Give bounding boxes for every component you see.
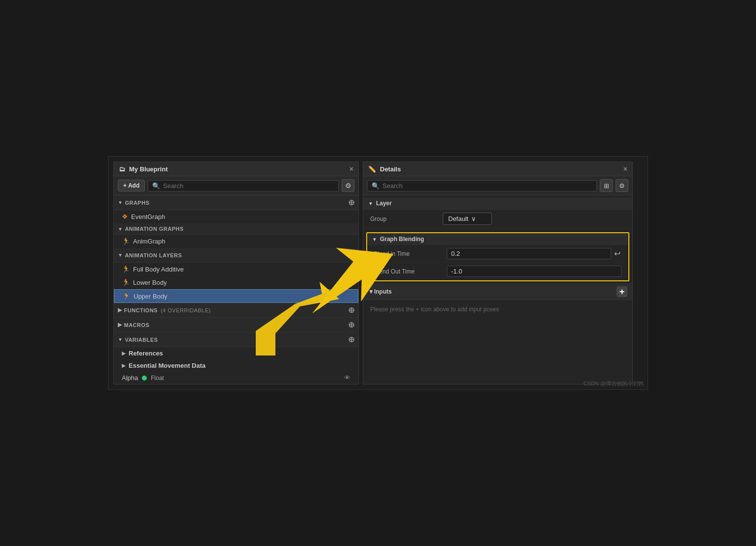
functions-section-header[interactable]: ▶ FUNCTIONS (4 OVERRIDABLE) ⊕: [114, 303, 358, 318]
group-value: Default ∨: [443, 213, 625, 225]
details-search-box: 🔍: [367, 180, 597, 191]
full-body-additive-item[interactable]: 🏃 Full Body Additive: [114, 263, 358, 276]
essential-movement-item[interactable]: ▶ Essential Movement Data: [114, 359, 358, 372]
functions-chevron-icon: ▶: [118, 307, 122, 313]
anim-graphs-chevron-icon: ▼: [118, 226, 123, 232]
anim-layers-section-header[interactable]: ▼ ANIMATION LAYERS ⊕: [114, 248, 358, 263]
details-pen-icon: ✏️: [368, 165, 376, 173]
macros-section-header[interactable]: ▶ MACROS ⊕: [114, 318, 358, 332]
blend-out-input[interactable]: [447, 266, 621, 277]
inputs-add-button[interactable]: +: [617, 286, 627, 297]
references-label: References: [129, 350, 163, 357]
blueprint-toolbar: + Add 🔍 ⚙: [114, 176, 358, 195]
functions-label: FUNCTIONS: [124, 307, 158, 313]
anim-layers-add-icon[interactable]: ⊕: [348, 250, 355, 260]
left-search-input[interactable]: [163, 182, 334, 190]
graph-blending-header[interactable]: ▼ Graph Blending: [367, 233, 628, 245]
details-panel: ✏️ Details × 🔍 ⊞ ⚙ ▼ Layer Group De: [363, 162, 633, 384]
group-label: Group: [370, 216, 439, 222]
blend-out-row: Blend Out Time: [367, 263, 628, 280]
functions-suffix: (4 OVERRIDABLE): [161, 307, 211, 313]
event-graph-icon: ❖: [122, 213, 128, 220]
blueprint-close-button[interactable]: ×: [350, 165, 353, 173]
anim-graph-label: AnimGraph: [133, 238, 165, 245]
upper-body-icon: 🏃: [122, 292, 131, 300]
details-gear-button[interactable]: ⚙: [616, 179, 628, 192]
graphs-add-icon[interactable]: ⊕: [348, 198, 355, 207]
layer-section: ▼ Layer Group Default ∨: [363, 195, 632, 230]
layer-section-header[interactable]: ▼ Layer: [363, 197, 632, 210]
blend-in-reset-button[interactable]: ↩: [613, 248, 621, 259]
upper-body-item[interactable]: 🏃 Upper Body: [114, 289, 358, 303]
layer-label: Layer: [376, 200, 392, 207]
graphs-section-header[interactable]: ▼ GRAPHS ⊕: [114, 195, 358, 210]
graph-blending-label: Graph Blending: [380, 236, 424, 243]
inputs-chevron-icon: ▼: [368, 288, 374, 295]
blend-in-row: Blend in Time ↩: [367, 245, 628, 263]
group-row: Group Default ∨: [363, 210, 632, 228]
essential-arrow-icon: ▶: [122, 363, 126, 368]
variables-section-header[interactable]: ▼ VARIABLES ⊕: [114, 332, 358, 347]
details-close-button[interactable]: ×: [623, 165, 627, 173]
inputs-section-header[interactable]: ▼ Inputs +: [363, 283, 632, 300]
add-button[interactable]: + Add: [118, 180, 145, 191]
lower-body-icon: 🏃: [122, 278, 130, 286]
lower-body-item[interactable]: 🏃 Lower Body: [114, 276, 358, 289]
details-search-icon: 🔍: [372, 182, 379, 190]
macros-add-icon[interactable]: ⊕: [348, 320, 355, 329]
blend-in-value: ↩: [447, 248, 621, 259]
variables-label: VARIABLES: [125, 337, 158, 343]
references-item[interactable]: ▶ References: [114, 347, 358, 359]
group-dropdown-chevron: ∨: [471, 215, 476, 222]
inputs-placeholder-text: Please press the + icon above to add inp…: [363, 300, 632, 319]
layer-chevron-icon: ▼: [368, 201, 373, 206]
left-gear-button[interactable]: ⚙: [342, 179, 354, 192]
alpha-label: Alpha: [122, 374, 138, 382]
blueprint-panel: 🗂 My Blueprint × + Add 🔍 ⚙ ▼ GRAPHS ⊕ ❖ …: [113, 162, 359, 384]
blend-out-value: [447, 266, 621, 277]
event-graph-item[interactable]: ❖ EventGraph: [114, 210, 358, 223]
anim-layers-chevron-icon: ▼: [118, 252, 123, 258]
alpha-visibility-icon[interactable]: 👁: [344, 374, 351, 382]
variables-chevron-icon: ▼: [118, 337, 123, 342]
graphs-label: GRAPHS: [125, 200, 149, 206]
watermark-text: CSDN @弹吉他的小刘鸭: [584, 380, 644, 387]
details-title: Details: [380, 165, 401, 173]
macros-label: MACROS: [124, 322, 150, 328]
anim-graph-icon: 🏃: [122, 237, 130, 245]
event-graph-label: EventGraph: [131, 213, 165, 220]
search-icon: 🔍: [152, 182, 160, 190]
blend-out-label: Blend Out Time: [374, 268, 443, 275]
blend-in-label: Blend in Time: [374, 250, 443, 257]
functions-add-icon[interactable]: ⊕: [348, 305, 355, 315]
graphs-chevron-icon: ▼: [118, 200, 123, 205]
macros-chevron-icon: ▶: [118, 322, 122, 328]
group-dropdown[interactable]: Default ∨: [443, 213, 492, 225]
alpha-type-dot: [142, 376, 147, 381]
details-grid-button[interactable]: ⊞: [600, 179, 613, 192]
blueprint-title: My Blueprint: [129, 165, 168, 173]
upper-body-label: Upper Body: [134, 293, 167, 300]
anim-graphs-label: ANIMATION GRAPHS: [125, 226, 184, 232]
anim-graphs-section-header[interactable]: ▼ ANIMATION GRAPHS: [114, 223, 358, 235]
full-body-label: Full Body Additive: [133, 266, 184, 273]
variables-add-icon[interactable]: ⊕: [348, 335, 355, 344]
inputs-section: ▼ Inputs + Please press the + icon above…: [363, 283, 632, 319]
inputs-label: Inputs: [374, 288, 392, 295]
graph-blending-chevron-icon: ▼: [372, 237, 377, 242]
details-search-input[interactable]: [382, 182, 593, 190]
blend-in-input[interactable]: [447, 248, 611, 259]
alpha-variable-item[interactable]: Alpha Float 👁: [114, 372, 358, 384]
anim-graph-item[interactable]: 🏃 AnimGraph: [114, 235, 358, 248]
alpha-type-label: Float: [151, 375, 164, 382]
references-arrow-icon: ▶: [122, 351, 126, 356]
graph-blending-box: ▼ Graph Blending Blend in Time ↩ Blend O…: [366, 232, 629, 281]
full-body-icon: 🏃: [122, 265, 130, 273]
lower-body-label: Lower Body: [133, 279, 167, 286]
group-dropdown-value: Default: [448, 215, 468, 222]
blueprint-panel-header: 🗂 My Blueprint ×: [114, 162, 358, 176]
essential-movement-label: Essential Movement Data: [129, 362, 206, 369]
details-toolbar: 🔍 ⊞ ⚙: [363, 176, 632, 195]
blueprint-tab-icon: 🗂: [119, 165, 125, 173]
details-panel-header: ✏️ Details ×: [363, 162, 632, 176]
